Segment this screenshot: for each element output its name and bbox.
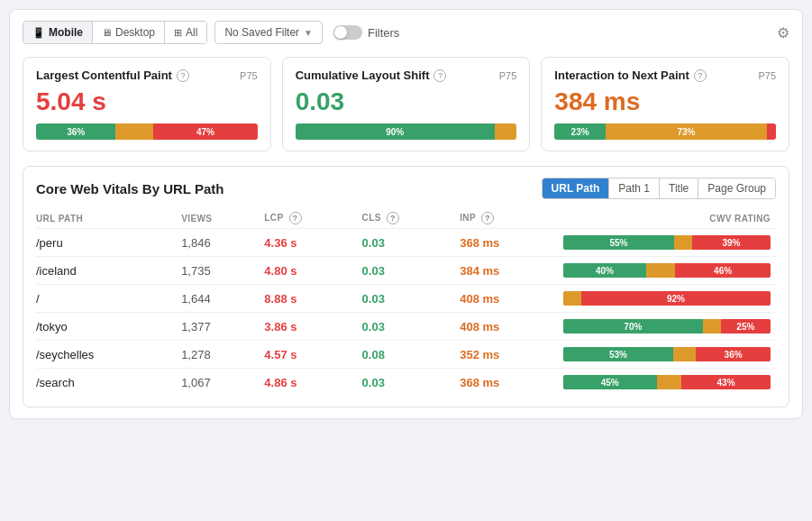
row-4-bar-orange [673, 347, 696, 361]
filters-toggle[interactable] [333, 25, 362, 40]
cls-progress-bar: 90% [296, 123, 517, 140]
row-4-url: /seychelles [36, 341, 181, 369]
table-header-row: Core Web Vitals By URL Path URL Path Pat… [36, 178, 776, 199]
settings-button[interactable]: ⚙ [777, 24, 789, 41]
table-title: Core Web Vitals By URL Path [36, 181, 224, 197]
desktop-label: Desktop [115, 26, 155, 39]
data-table: URL PATH VIEWS LCP ? CLS ? INP [36, 208, 776, 396]
all-icon: ⊞ [174, 27, 182, 39]
table-head: URL PATH VIEWS LCP ? CLS ? INP [36, 208, 776, 229]
row-0-inp: 368 ms [460, 229, 563, 257]
row-1-cwv-bar: 40%46% [563, 257, 776, 285]
chevron-down-icon: ▼ [304, 28, 313, 38]
table-row: /iceland1,7354.80 s0.03384 ms40%46% [36, 257, 776, 285]
row-2-bar-red: 92% [581, 291, 771, 306]
row-2-lcp: 8.88 s [264, 285, 361, 313]
cls-percentile: P75 [499, 70, 517, 81]
col-cls-info[interactable]: ? [387, 212, 399, 224]
row-1-bar-red: 46% [675, 263, 771, 278]
tab-page-group-label: Page Group [707, 182, 766, 195]
row-5-cwv-bar: 45%43% [563, 369, 776, 397]
mobile-btn[interactable]: 📱 Mobile [23, 22, 93, 43]
row-2-views: 1,644 [181, 285, 264, 313]
inp-percentile: P75 [758, 70, 776, 81]
row-5-inp: 368 ms [460, 369, 563, 397]
col-lcp: LCP ? [264, 208, 361, 229]
tab-path1-label: Path 1 [618, 182, 650, 195]
cls-card: Cumulative Layout Shift ? P75 0.03 90% [282, 57, 531, 151]
device-group: 📱 Mobile 🖥 Desktop ⊞ All [23, 21, 207, 44]
toolbar: 📱 Mobile 🖥 Desktop ⊞ All No Saved Filter… [23, 21, 789, 44]
row-5-cls: 0.03 [362, 369, 461, 397]
row-2-bar-orange [563, 291, 581, 306]
inp-bar-orange: 73% [606, 123, 767, 140]
all-label: All [186, 26, 197, 39]
col-lcp-info[interactable]: ? [289, 212, 302, 224]
inp-card: Interaction to Next Paint ? P75 384 ms 2… [541, 57, 789, 151]
row-0-url: /peru [36, 229, 181, 257]
main-container: 📱 Mobile 🖥 Desktop ⊞ All No Saved Filter… [9, 9, 803, 419]
row-4-cwv-bar: 53%36% [563, 341, 776, 369]
lcp-bar-red: 47% [153, 123, 257, 140]
row-1-url: /iceland [36, 257, 181, 285]
tab-url-path[interactable]: URL Path [543, 178, 610, 198]
tab-title[interactable]: Title [660, 178, 698, 198]
lcp-card: Largest Contentful Paint ? P75 5.04 s 36… [23, 57, 271, 151]
inp-progress-bar: 23% 73% [554, 123, 776, 140]
row-2-cls: 0.03 [362, 285, 461, 313]
tab-path1[interactable]: Path 1 [609, 178, 660, 198]
table-body: /peru1,8464.36 s0.03368 ms55%39%/iceland… [36, 229, 776, 397]
table-section: Core Web Vitals By URL Path URL Path Pat… [23, 166, 789, 407]
row-0-lcp: 4.36 s [264, 229, 361, 257]
row-5-bar-orange [657, 375, 682, 389]
col-cwv: CWV RATING [563, 208, 776, 229]
lcp-title: Largest Contentful Paint [36, 69, 172, 82]
inp-value: 384 ms [554, 87, 776, 116]
col-cls: CLS ? [362, 208, 461, 229]
lcp-progress-bar: 36% 47% [36, 123, 258, 140]
col-views: VIEWS [181, 208, 264, 229]
row-0-cls: 0.03 [362, 229, 461, 257]
desktop-icon: 🖥 [102, 27, 112, 38]
inp-title: Interaction to Next Paint [554, 69, 689, 82]
table-row: /search1,0674.86 s0.03368 ms45%43% [36, 369, 776, 397]
cls-info-icon[interactable]: ? [433, 69, 446, 82]
row-4-inp: 352 ms [460, 341, 563, 369]
row-5-lcp: 4.86 s [264, 369, 361, 397]
table-row: /seychelles1,2784.57 s0.08352 ms53%36% [36, 341, 776, 369]
desktop-btn[interactable]: 🖥 Desktop [93, 22, 165, 43]
all-btn[interactable]: ⊞ All [165, 22, 206, 43]
table-row: /tokyo1,3773.86 s0.03408 ms70%25% [36, 313, 776, 341]
row-2-url: / [36, 285, 181, 313]
row-3-bar-green: 70% [563, 319, 703, 334]
row-3-bar-red: 25% [721, 319, 771, 334]
col-inp: INP ? [460, 208, 563, 229]
tab-page-group[interactable]: Page Group [698, 178, 775, 198]
inp-card-header: Interaction to Next Paint ? P75 [554, 69, 776, 82]
row-5-bar-red: 43% [681, 375, 771, 389]
row-1-views: 1,735 [181, 257, 264, 285]
lcp-info-icon[interactable]: ? [177, 69, 189, 82]
tab-url-path-label: URL Path [552, 182, 600, 195]
row-0-views: 1,846 [181, 229, 264, 257]
inp-bar-red [767, 123, 776, 140]
row-5-url: /search [36, 369, 181, 397]
inp-info-icon[interactable]: ? [694, 69, 707, 82]
row-3-cls: 0.03 [362, 313, 461, 341]
table-header-row-cols: URL PATH VIEWS LCP ? CLS ? INP [36, 208, 776, 229]
row-4-views: 1,278 [181, 341, 264, 369]
row-4-bar-green: 53% [563, 347, 673, 361]
row-0-bar-green: 55% [563, 235, 674, 250]
row-3-url: /tokyo [36, 313, 181, 341]
filter-button[interactable]: No Saved Filter ▼ [214, 21, 323, 44]
tab-title-label: Title [669, 182, 689, 195]
row-4-bar-red: 36% [696, 347, 771, 361]
row-3-bar-orange [703, 319, 721, 334]
col-inp-info[interactable]: ? [481, 212, 494, 224]
row-1-cls: 0.03 [362, 257, 461, 285]
row-3-inp: 408 ms [460, 313, 563, 341]
inp-title-wrap: Interaction to Next Paint ? [554, 69, 707, 82]
toggle-knob [334, 26, 347, 39]
row-1-lcp: 4.80 s [264, 257, 361, 285]
row-3-lcp: 3.86 s [264, 313, 361, 341]
